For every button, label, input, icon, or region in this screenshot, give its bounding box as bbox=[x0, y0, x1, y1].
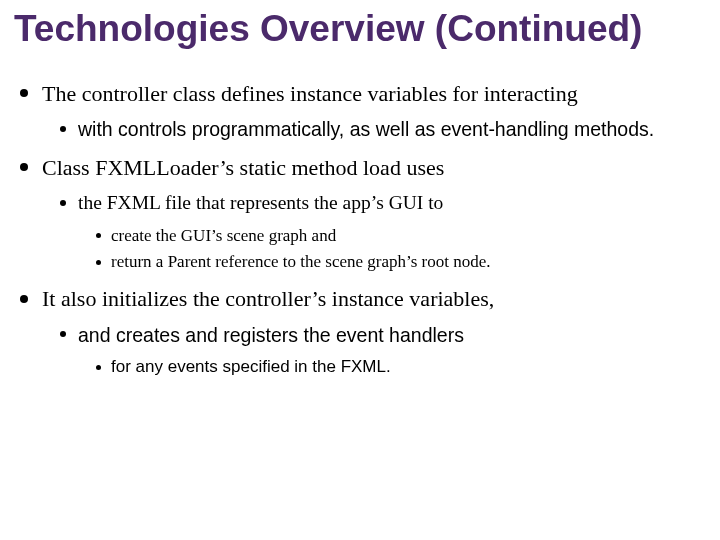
bullet-text: and creates and registers the event hand… bbox=[78, 324, 464, 346]
bullet-text: create the GUI’s scene graph and bbox=[111, 226, 336, 245]
list-item: the FXML file that represents the app’s … bbox=[60, 190, 706, 274]
list-item: The controller class defines instance va… bbox=[20, 79, 706, 143]
list-item: with controls programmatically, as well … bbox=[60, 116, 706, 142]
list-item: for any events specified in the FXML. bbox=[96, 356, 706, 379]
bullet-text: for any events specified in the FXML. bbox=[111, 357, 391, 376]
list-item: return a Parent reference to the scene g… bbox=[96, 251, 706, 274]
bullet-text: It also initializes the controller’s ins… bbox=[42, 286, 494, 311]
list-item: and creates and registers the event hand… bbox=[60, 322, 706, 379]
list-item: Class FXMLLoader’s static method load us… bbox=[20, 153, 706, 275]
bullet-text: with controls programmatically, as well … bbox=[78, 118, 654, 140]
list-item: create the GUI’s scene graph and bbox=[96, 225, 706, 248]
bullet-text: the FXML file that represents the app’s … bbox=[78, 192, 443, 213]
list-item: It also initializes the controller’s ins… bbox=[20, 284, 706, 379]
bullet-text: return a Parent reference to the scene g… bbox=[111, 252, 491, 271]
bullet-text: The controller class defines instance va… bbox=[42, 81, 578, 106]
bullet-list: The controller class defines instance va… bbox=[14, 79, 706, 380]
bullet-text: Class FXMLLoader’s static method load us… bbox=[42, 155, 444, 180]
slide-title: Technologies Overview (Continued) bbox=[14, 8, 706, 51]
slide: Technologies Overview (Continued) The co… bbox=[0, 0, 720, 540]
